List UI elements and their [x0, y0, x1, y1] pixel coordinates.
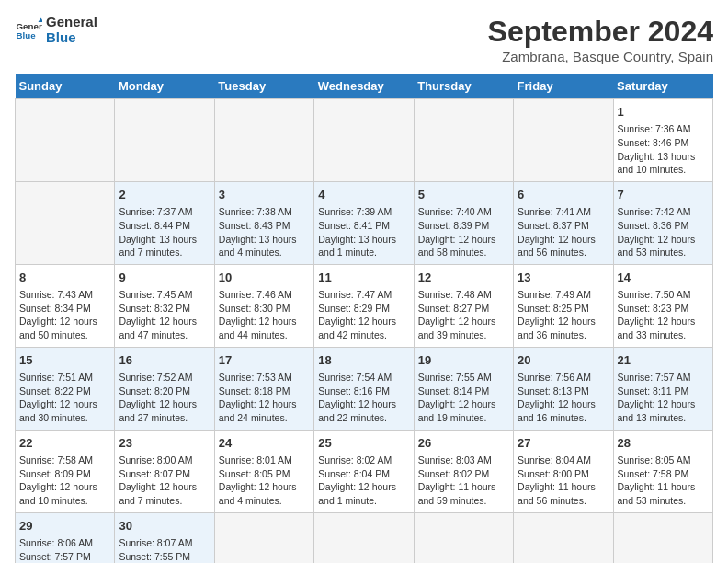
day-number: 18	[318, 352, 409, 369]
sunset-text: Sunset: 8:00 PM	[518, 467, 609, 481]
logo-icon: General Blue	[15, 17, 42, 44]
calendar-cell: 6Sunrise: 7:41 AMSunset: 8:37 PMDaylight…	[514, 181, 613, 264]
day-number: 2	[119, 187, 210, 203]
daylight-text: Daylight: 13 hours and 1 minute.	[318, 233, 409, 259]
daylight-text: Daylight: 12 hours and 58 minutes.	[418, 233, 509, 259]
sunrise-text: Sunrise: 7:41 AM	[518, 205, 609, 219]
sunset-text: Sunset: 8:34 PM	[19, 302, 110, 316]
calendar-table: SundayMondayTuesdayWednesdayThursdayFrid…	[15, 74, 713, 563]
day-number: 28	[618, 435, 709, 452]
calendar-cell: 10Sunrise: 7:46 AMSunset: 8:30 PMDayligh…	[214, 264, 313, 347]
sunrise-text: Sunrise: 7:49 AM	[518, 288, 609, 302]
calendar-cell	[514, 99, 613, 182]
calendar-cell: 9Sunrise: 7:45 AMSunset: 8:32 PMDaylight…	[115, 264, 214, 347]
day-number: 24	[219, 435, 310, 452]
daylight-text: Daylight: 12 hours and 4 minutes.	[219, 480, 310, 507]
day-number: 19	[418, 352, 509, 369]
daylight-text: Daylight: 11 hours and 59 minutes.	[418, 480, 509, 507]
daylight-text: Daylight: 12 hours and 44 minutes.	[219, 315, 310, 341]
sunrise-text: Sunrise: 7:54 AM	[318, 371, 409, 385]
calendar-cell: 28Sunrise: 8:05 AMSunset: 7:58 PMDayligh…	[613, 430, 712, 512]
day-number: 5	[418, 187, 509, 203]
logo-blue: Blue	[46, 30, 97, 46]
daylight-text: Daylight: 12 hours and 33 minutes.	[618, 315, 709, 341]
day-number: 27	[518, 435, 609, 452]
day-number: 26	[418, 435, 509, 452]
page-header: General Blue General Blue September 2024…	[15, 15, 713, 64]
calendar-cell	[314, 512, 414, 563]
day-number: 4	[318, 187, 409, 203]
daylight-text: Daylight: 12 hours and 22 minutes.	[318, 397, 409, 424]
calendar-cell	[214, 99, 313, 182]
sunset-text: Sunset: 8:13 PM	[518, 385, 609, 398]
day-number: 13	[518, 270, 609, 286]
day-number: 8	[19, 270, 110, 286]
daylight-text: Daylight: 13 hours and 4 minutes.	[219, 233, 310, 259]
calendar-cell: 18Sunrise: 7:54 AMSunset: 8:16 PMDayligh…	[314, 347, 414, 430]
sunset-text: Sunset: 8:23 PM	[618, 302, 709, 316]
sunrise-text: Sunrise: 7:45 AM	[119, 288, 210, 302]
header-wednesday: Wednesday	[314, 74, 414, 99]
sunset-text: Sunset: 8:22 PM	[19, 385, 110, 398]
calendar-cell: 30Sunrise: 8:07 AMSunset: 7:55 PMDayligh…	[115, 512, 214, 563]
day-number: 9	[119, 270, 210, 286]
calendar-cell	[613, 512, 712, 563]
sunset-text: Sunset: 8:04 PM	[318, 467, 409, 481]
calendar-cell	[115, 99, 214, 182]
sunrise-text: Sunrise: 7:48 AM	[418, 288, 509, 302]
calendar-subtitle: Zambrana, Basque Country, Spain	[488, 49, 713, 64]
svg-marker-2	[39, 17, 43, 22]
sunset-text: Sunset: 8:46 PM	[618, 136, 709, 150]
sunset-text: Sunset: 8:30 PM	[219, 302, 310, 316]
calendar-cell: 8Sunrise: 7:43 AMSunset: 8:34 PMDaylight…	[16, 264, 115, 347]
day-number: 17	[219, 352, 310, 369]
sunset-text: Sunset: 8:41 PM	[318, 219, 409, 233]
daylight-text: Daylight: 12 hours and 47 minutes.	[119, 315, 210, 341]
svg-text:General: General	[17, 20, 43, 30]
day-number: 10	[219, 270, 310, 286]
day-number: 14	[618, 270, 709, 286]
calendar-cell	[414, 512, 513, 563]
header-sunday: Sunday	[16, 74, 115, 99]
sunrise-text: Sunrise: 7:47 AM	[318, 288, 409, 302]
day-number: 12	[418, 270, 509, 286]
sunset-text: Sunset: 7:57 PM	[19, 550, 110, 563]
calendar-cell: 11Sunrise: 7:47 AMSunset: 8:29 PMDayligh…	[314, 264, 414, 347]
calendar-cell	[16, 181, 115, 264]
sunset-text: Sunset: 7:55 PM	[119, 550, 210, 563]
sunrise-text: Sunrise: 8:00 AM	[119, 454, 210, 467]
calendar-cell: 16Sunrise: 7:52 AMSunset: 8:20 PMDayligh…	[115, 347, 214, 430]
daylight-text: Daylight: 12 hours and 30 minutes.	[19, 397, 110, 424]
sunset-text: Sunset: 7:58 PM	[618, 467, 709, 481]
calendar-cell: 26Sunrise: 8:03 AMSunset: 8:02 PMDayligh…	[414, 430, 513, 512]
day-number: 22	[19, 435, 110, 452]
logo: General Blue General Blue	[15, 15, 97, 45]
day-number: 1	[618, 104, 709, 121]
calendar-cell	[16, 99, 115, 182]
calendar-cell: 14Sunrise: 7:50 AMSunset: 8:23 PMDayligh…	[613, 264, 712, 347]
sunset-text: Sunset: 8:11 PM	[618, 385, 709, 398]
calendar-cell	[414, 99, 513, 182]
sunrise-text: Sunrise: 7:58 AM	[19, 454, 110, 467]
calendar-cell: 13Sunrise: 7:49 AMSunset: 8:25 PMDayligh…	[514, 264, 613, 347]
sunrise-text: Sunrise: 8:04 AM	[518, 454, 609, 467]
calendar-header: SundayMondayTuesdayWednesdayThursdayFrid…	[16, 74, 713, 99]
day-number: 20	[518, 352, 609, 369]
day-number: 29	[19, 518, 110, 534]
calendar-cell: 29Sunrise: 8:06 AMSunset: 7:57 PMDayligh…	[16, 512, 115, 563]
daylight-text: Daylight: 12 hours and 27 minutes.	[119, 397, 210, 424]
sunrise-text: Sunrise: 8:07 AM	[119, 536, 210, 550]
sunrise-text: Sunrise: 7:42 AM	[618, 205, 709, 219]
day-number: 16	[119, 352, 210, 369]
sunrise-text: Sunrise: 7:50 AM	[618, 288, 709, 302]
day-number: 6	[518, 187, 609, 203]
sunrise-text: Sunrise: 7:37 AM	[119, 205, 210, 219]
calendar-cell: 2Sunrise: 7:37 AMSunset: 8:44 PMDaylight…	[115, 181, 214, 264]
sunset-text: Sunset: 8:29 PM	[318, 302, 409, 316]
daylight-text: Daylight: 12 hours and 36 minutes.	[518, 315, 609, 341]
daylight-text: Daylight: 12 hours and 53 minutes.	[618, 233, 709, 259]
sunset-text: Sunset: 8:09 PM	[19, 467, 110, 481]
sunrise-text: Sunrise: 8:05 AM	[618, 454, 709, 467]
sunset-text: Sunset: 8:44 PM	[119, 219, 210, 233]
sunset-text: Sunset: 8:32 PM	[119, 302, 210, 316]
